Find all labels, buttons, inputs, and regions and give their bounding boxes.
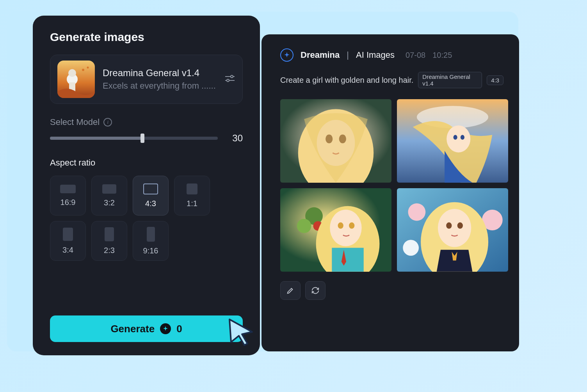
svg-point-22 — [403, 240, 419, 256]
svg-point-29 — [68, 69, 76, 77]
generated-image-4[interactable] — [397, 188, 508, 272]
aspect-2-3[interactable]: 2:3 — [91, 221, 127, 261]
prompt-text: Create a girl with golden and long hair. — [280, 76, 413, 85]
svg-point-20 — [408, 203, 426, 221]
settings-panel: Generate images Dreamina General v1.4 Ex… — [33, 16, 260, 355]
svg-point-32 — [87, 67, 89, 69]
model-selector[interactable]: Dreamina General v1.4 Excels at everythi… — [50, 55, 243, 104]
generated-image-1[interactable] — [280, 99, 391, 183]
ratio-tag: 4:3 — [487, 75, 503, 85]
generation-time: 10:25 — [432, 51, 452, 60]
select-model-row: Select Model i — [50, 117, 243, 127]
svg-point-8 — [454, 135, 457, 140]
generated-image-3[interactable] — [280, 188, 391, 272]
select-model-label: Select Model — [50, 117, 100, 127]
image-grid — [280, 99, 508, 272]
svg-rect-18 — [332, 248, 363, 271]
svg-point-24 — [438, 209, 471, 247]
generate-label: Generate — [110, 323, 155, 335]
aspect-9-16[interactable]: 9:16 — [133, 221, 169, 261]
app-name: Dreamina — [301, 50, 340, 60]
svg-point-17 — [349, 222, 354, 228]
edit-button[interactable] — [280, 281, 301, 300]
panel-title: Generate images — [50, 30, 243, 44]
aspect-1-1[interactable]: 1:1 — [174, 176, 210, 216]
svg-point-16 — [338, 222, 343, 228]
prompt-row: Create a girl with golden and long hair.… — [280, 72, 503, 88]
svg-point-26 — [457, 222, 463, 228]
model-thumbnail — [57, 61, 95, 98]
model-tag: Dreamina General v1.4 — [418, 72, 482, 88]
info-icon[interactable]: i — [103, 118, 112, 127]
slider-thumb[interactable] — [141, 134, 144, 143]
svg-point-12 — [297, 219, 311, 233]
sparkle-icon — [280, 48, 294, 62]
app-section: AI Images — [356, 50, 395, 60]
settings-icon[interactable] — [224, 74, 235, 85]
svg-point-36 — [227, 79, 229, 82]
model-description: Excels at everything from ...... — [103, 81, 217, 91]
slider-value: 30 — [227, 133, 243, 144]
aspect-16-9[interactable]: 16:9 — [50, 176, 86, 216]
aspect-4-3[interactable]: 4:3 — [133, 176, 169, 216]
aspect-3-2[interactable]: 3:2 — [91, 176, 127, 216]
model-slider-row: 30 — [50, 133, 243, 144]
aspect-ratio-label: Aspect ratio — [50, 158, 243, 168]
aspect-3-4[interactable]: 3:4 — [50, 221, 86, 261]
generate-button[interactable]: Generate 0 — [50, 315, 243, 342]
model-text: Dreamina General v1.4 Excels at everythi… — [103, 68, 217, 91]
model-slider[interactable] — [50, 137, 218, 140]
generate-count: 0 — [176, 323, 182, 335]
svg-point-15 — [330, 210, 361, 246]
results-header: Dreamina | AI Images 07-08 10:25 — [280, 48, 503, 62]
generation-date: 07-08 — [406, 51, 425, 60]
regenerate-button[interactable] — [305, 281, 326, 300]
svg-point-31 — [82, 69, 84, 71]
svg-point-7 — [446, 125, 470, 152]
svg-point-34 — [231, 75, 233, 78]
svg-point-9 — [461, 135, 464, 140]
aspect-ratio-grid: 16:9 3:2 4:3 1:1 3:4 2:3 9:16 — [50, 176, 243, 261]
model-name: Dreamina General v1.4 — [103, 68, 217, 78]
separator: | — [347, 50, 349, 60]
svg-point-25 — [446, 222, 452, 228]
generated-image-2[interactable] — [397, 99, 508, 183]
sparkle-icon — [160, 323, 171, 334]
result-actions — [280, 281, 503, 300]
results-panel: Dreamina | AI Images 07-08 10:25 Create … — [261, 34, 519, 351]
slider-fill — [50, 137, 142, 140]
